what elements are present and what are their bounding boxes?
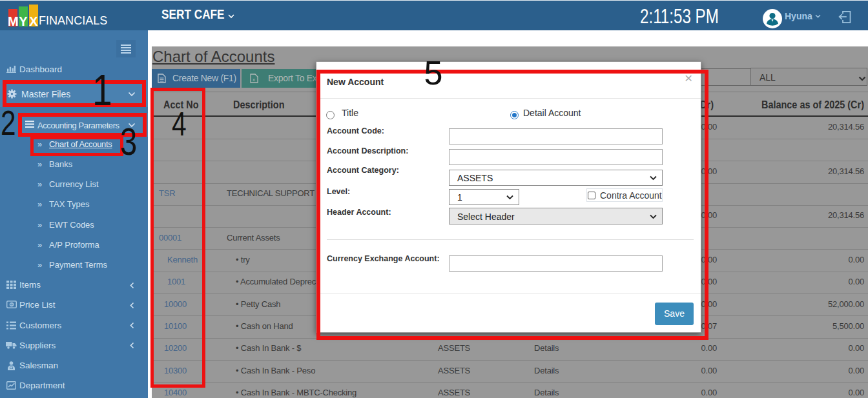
svg-text:x: x: [253, 77, 255, 83]
